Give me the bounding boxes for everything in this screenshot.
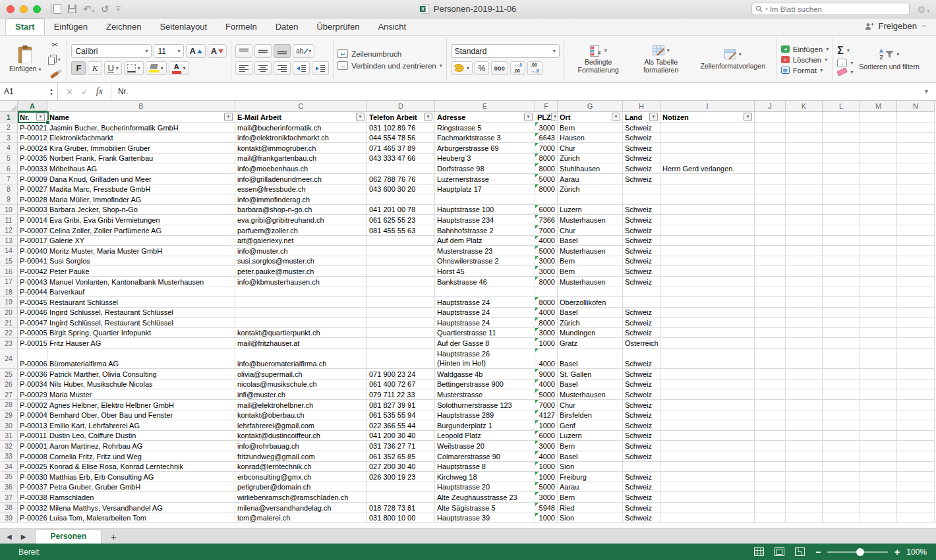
row-header-19[interactable]: 19 [0, 297, 18, 308]
cell[interactable] [367, 297, 435, 308]
increase-indent-button[interactable] [312, 61, 329, 75]
cell[interactable] [786, 328, 823, 339]
add-sheet-button[interactable]: + [111, 531, 117, 542]
cell[interactable] [755, 482, 786, 493]
cell[interactable] [860, 328, 897, 339]
cell[interactable] [786, 256, 823, 267]
header-cell-M[interactable] [860, 112, 897, 123]
cell[interactable]: P-00041 [18, 256, 47, 267]
cell[interactable]: Madita Marc, Fressbude GmbH [47, 184, 235, 195]
cell[interactable]: Patrick Marther, Olivia Consulting [47, 369, 235, 379]
cell[interactable] [823, 400, 860, 410]
cell[interactable]: 7366 [535, 215, 558, 225]
cell[interactable]: 022 366 55 44 [367, 420, 435, 431]
cell[interactable]: Arburgerstrasse 69 [435, 143, 535, 154]
cell[interactable]: 4000 [535, 451, 558, 462]
cell[interactable]: Kirchweg 18 [435, 472, 535, 482]
cell[interactable] [786, 389, 823, 400]
tab-start[interactable]: Start [5, 18, 45, 35]
header-cell-PLZ[interactable]: PLZ▼ [535, 112, 558, 123]
cell[interactable] [823, 297, 860, 308]
cell[interactable]: Fritz Hauser AG [47, 338, 235, 349]
cell[interactable]: 5948 [535, 503, 558, 513]
cell[interactable]: 4000 [535, 308, 558, 318]
row-header-9[interactable]: 9 [0, 194, 18, 205]
cell[interactable] [367, 318, 435, 328]
cell[interactable] [823, 482, 860, 493]
cell[interactable]: 1000 [535, 462, 558, 472]
cell[interactable] [660, 462, 755, 472]
new-document-icon[interactable] [53, 4, 61, 14]
cell[interactable]: Luzern [558, 431, 623, 441]
header-cell-Nr.[interactable]: Nr.▼ [18, 112, 47, 123]
cell[interactable]: Chur [558, 400, 623, 410]
cell[interactable] [755, 338, 786, 349]
filter-button[interactable]: ▼ [424, 113, 432, 121]
cell[interactable] [660, 174, 755, 184]
cell[interactable] [860, 389, 897, 400]
cell[interactable]: Hauptstrasse 100 [435, 205, 535, 215]
row-header-34[interactable]: 34 [0, 462, 18, 472]
cell[interactable] [823, 410, 860, 421]
cell[interactable]: mail@elektrohelbner.ch [235, 400, 367, 410]
cell[interactable] [786, 482, 823, 493]
cell[interactable] [860, 123, 897, 133]
cell[interactable] [786, 308, 823, 318]
cell[interactable] [660, 297, 755, 308]
cell[interactable]: Musterhausen [558, 215, 623, 225]
cell[interactable]: Schweiz [623, 513, 660, 524]
cell[interactable]: Galerie XY [47, 236, 235, 246]
cell[interactable]: essen@fressbude.ch [235, 184, 367, 195]
cell[interactable] [860, 400, 897, 410]
cell[interactable] [860, 379, 897, 390]
cell[interactable]: 5000 [535, 174, 558, 184]
row-header-23[interactable]: 23 [0, 338, 18, 349]
normal-view-button[interactable] [754, 547, 764, 556]
cell[interactable] [786, 194, 823, 205]
column-header-L[interactable]: L [823, 101, 860, 112]
cell[interactable] [823, 133, 860, 144]
cell[interactable] [897, 462, 935, 472]
cell[interactable]: Konrad & Elise Rosa, Konrad Lerntechnik [47, 462, 235, 472]
cut-button[interactable]: ✂ [47, 38, 63, 51]
cell[interactable]: 8000 [535, 163, 558, 174]
align-left-button[interactable] [235, 61, 252, 75]
cell[interactable] [860, 163, 897, 174]
cell[interactable]: P-00021 [18, 123, 47, 133]
cell[interactable]: 1000 [535, 420, 558, 431]
cell[interactable] [860, 410, 897, 421]
cell[interactable]: Leopold Platz [435, 431, 535, 441]
header-cell-L[interactable] [823, 112, 860, 123]
cell[interactable] [755, 451, 786, 462]
cell[interactable]: 3000 [535, 492, 558, 503]
cell-styles-button[interactable]: ▾ Zellenformatvorlagen [693, 48, 773, 72]
row-header-24[interactable]: 24 [0, 349, 18, 369]
cell[interactable] [786, 431, 823, 441]
cell[interactable]: P-00017 [18, 236, 47, 246]
cell[interactable]: Chur [558, 225, 623, 236]
cell[interactable]: Hauptstrasse 39 [435, 513, 535, 524]
cell[interactable]: P-00040 [18, 246, 47, 256]
column-header-N[interactable]: N [897, 101, 935, 112]
cell[interactable] [558, 194, 623, 205]
cell[interactable] [623, 462, 660, 472]
align-bottom-button[interactable] [274, 44, 291, 58]
cell[interactable] [897, 410, 935, 421]
cell[interactable] [755, 266, 786, 277]
cell[interactable] [755, 389, 786, 400]
cell[interactable] [755, 379, 786, 390]
cell[interactable]: petigruber@domain.ch [235, 482, 367, 493]
cell[interactable] [897, 308, 935, 318]
cell[interactable] [897, 379, 935, 390]
cell[interactable] [860, 420, 897, 431]
cancel-entry-icon[interactable]: ✕ [66, 87, 73, 97]
cell[interactable] [823, 308, 860, 318]
cell[interactable]: info@moebenhaus.ch [235, 163, 367, 174]
cell[interactable]: Fachmarktstrasse 3 [435, 133, 535, 144]
cell[interactable]: Bern [558, 256, 623, 267]
cell[interactable] [660, 349, 755, 369]
cell[interactable] [860, 143, 897, 154]
cell[interactable]: P-00028 [18, 194, 47, 205]
cell[interactable] [860, 482, 897, 493]
cell[interactable]: olivia@supermail.ch [235, 369, 367, 379]
